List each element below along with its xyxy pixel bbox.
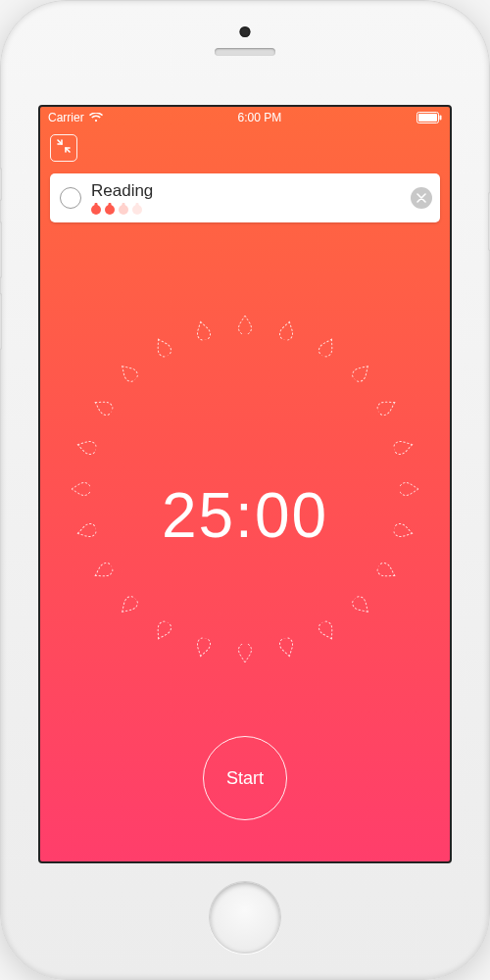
timer-tick [278, 637, 298, 660]
timer-tick [349, 593, 373, 617]
wifi-icon [89, 113, 103, 122]
timer-tick [117, 361, 141, 385]
minimize-button[interactable] [50, 134, 77, 162]
pomo-dot-pending [132, 205, 142, 215]
shrink-icon [56, 138, 72, 158]
timer-tick [152, 619, 174, 644]
pomo-dot-done [105, 205, 115, 215]
timer-tick [117, 593, 141, 617]
timer-tick [74, 437, 97, 457]
phone-volume-down [0, 293, 2, 350]
pomo-dot-done [91, 205, 101, 215]
svg-rect-2 [440, 116, 442, 121]
phone-camera [240, 26, 251, 37]
timer-tick [375, 561, 400, 583]
task-card[interactable]: Reading [50, 173, 440, 222]
pomodoro-indicator [91, 205, 401, 215]
phone-volume-up [0, 221, 2, 278]
timer-tick [317, 334, 339, 359]
timer-tick [375, 396, 400, 418]
phone-mute-switch [0, 168, 2, 201]
task-body: Reading [91, 181, 401, 215]
battery-icon [416, 112, 442, 123]
timer-tick [193, 318, 213, 341]
svg-rect-1 [418, 114, 437, 122]
timer-tick [152, 334, 174, 359]
phone-frame: Carrier 6:00 PM [0, 0, 490, 980]
task-title: Reading [91, 181, 401, 201]
clock-label: 6:00 PM [237, 111, 281, 124]
timer-tick [90, 396, 115, 418]
app-screen: Carrier 6:00 PM [38, 105, 452, 863]
task-checkbox[interactable] [60, 187, 81, 209]
timer-tick [393, 437, 416, 457]
start-button[interactable]: Start [203, 736, 287, 820]
clear-task-button[interactable] [411, 187, 432, 209]
timer-tick [238, 644, 253, 663]
phone-home-button[interactable] [209, 881, 281, 954]
close-icon [416, 191, 426, 206]
phone-speaker [215, 48, 275, 56]
carrier-label: Carrier [48, 111, 84, 124]
timer-tick [238, 315, 253, 334]
timer-tick [278, 318, 298, 341]
status-bar: Carrier 6:00 PM [40, 107, 450, 128]
timer-display: 25:00 [40, 479, 450, 552]
start-button-label: Start [226, 768, 264, 789]
timer-tick [317, 619, 339, 644]
timer-tick [90, 561, 115, 583]
timer-tick [193, 637, 213, 660]
pomo-dot-pending [119, 205, 128, 215]
timer-tick [349, 361, 373, 385]
